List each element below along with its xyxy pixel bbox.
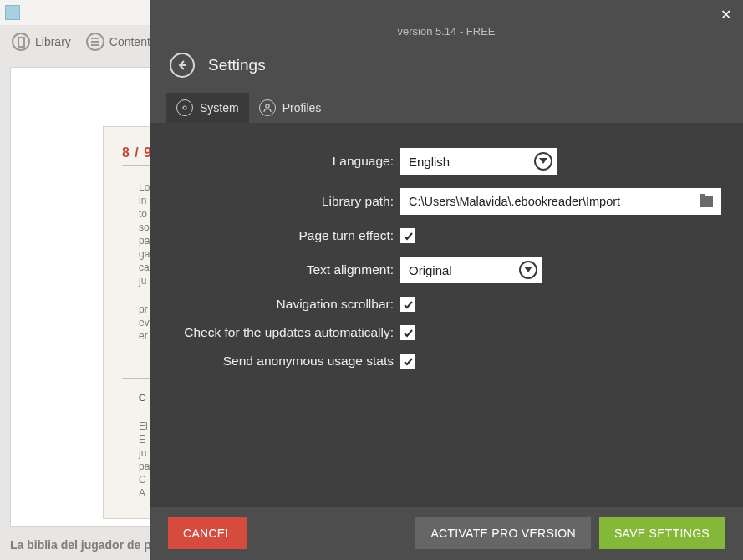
row-text-align: Text alignment: Original: [171, 257, 721, 283]
book-icon: [12, 33, 30, 51]
arrow-left-icon: [176, 59, 188, 71]
auto-update-checkbox[interactable]: [400, 325, 415, 340]
back-button[interactable]: [170, 53, 195, 78]
nav-scroll-label: Navigation scrollbar:: [171, 297, 400, 312]
activate-pro-button[interactable]: ACTIVATE PRO VERSION: [415, 517, 591, 549]
settings-dialog: ✕ version 5.14 - FREE Settings System Pr…: [150, 0, 743, 560]
tab-profiles[interactable]: Profiles: [249, 93, 332, 123]
tab-system[interactable]: System: [166, 93, 249, 123]
library-path-label: Library path:: [171, 194, 400, 209]
app-icon: [5, 5, 20, 20]
check-icon: [403, 231, 414, 242]
list-icon: [86, 33, 104, 51]
svg-point-2: [265, 104, 268, 108]
language-select[interactable]: English: [400, 148, 557, 175]
row-nav-scroll: Navigation scrollbar:: [171, 297, 721, 312]
check-icon: [403, 299, 414, 310]
save-settings-button[interactable]: SAVE SETTINGS: [599, 517, 725, 549]
check-icon: [403, 328, 414, 339]
language-value: English: [409, 155, 450, 169]
row-language: Language: English: [171, 148, 721, 175]
language-label: Language:: [171, 154, 400, 169]
cancel-button[interactable]: CANCEL: [168, 517, 247, 549]
check-icon: [403, 356, 414, 367]
folder-icon[interactable]: [700, 196, 713, 207]
dialog-title: Settings: [208, 56, 266, 74]
usage-stats-label: Send anonymous usage stats: [171, 354, 400, 369]
dialog-footer: CANCEL ACTIVATE PRO VERSION SAVE SETTING…: [150, 507, 743, 560]
page-heading: 8 / 9: [122, 145, 152, 160]
chevron-down-icon: [519, 261, 537, 279]
tab-profiles-label: Profiles: [282, 101, 322, 115]
tab-system-label: System: [200, 101, 239, 115]
text-align-label: Text alignment:: [171, 262, 400, 277]
svg-point-1: [181, 104, 189, 112]
text-align-select[interactable]: Original: [400, 257, 542, 283]
library-path-input[interactable]: C:\Users\Malavida\.ebookreader\Import: [400, 188, 721, 215]
chevron-down-icon: [534, 152, 552, 171]
row-auto-update: Check for the updates automatically:: [171, 325, 721, 340]
page-turn-checkbox[interactable]: [400, 228, 415, 243]
dialog-header: Settings: [150, 38, 743, 93]
tab-bar: System Profiles: [150, 93, 743, 123]
page-turn-label: Page turn effect:: [171, 228, 400, 243]
version-text: version 5.14 - FREE: [150, 0, 743, 38]
user-icon: [259, 99, 276, 116]
row-page-turn: Page turn effect:: [171, 228, 721, 243]
library-label: Library: [35, 35, 71, 48]
nav-scroll-checkbox[interactable]: [400, 297, 415, 312]
close-button[interactable]: ✕: [717, 5, 735, 25]
text-align-value: Original: [409, 263, 452, 277]
settings-form: Language: English Library path: C:\Users…: [150, 123, 743, 507]
library-button[interactable]: Library: [7, 29, 76, 54]
row-usage-stats: Send anonymous usage stats: [171, 354, 721, 369]
usage-stats-checkbox[interactable]: [400, 354, 415, 369]
row-library-path: Library path: C:\Users\Malavida\.ebookre…: [171, 188, 721, 215]
gear-icon: [176, 99, 193, 116]
library-path-value: C:\Users\Malavida\.ebookreader\Import: [409, 195, 620, 208]
contents-label: Content: [109, 35, 150, 48]
contents-button[interactable]: Content: [81, 29, 155, 54]
book-title: La biblia del jugador de p: [10, 538, 151, 552]
auto-update-label: Check for the updates automatically:: [171, 325, 400, 340]
svg-point-0: [183, 106, 186, 109]
